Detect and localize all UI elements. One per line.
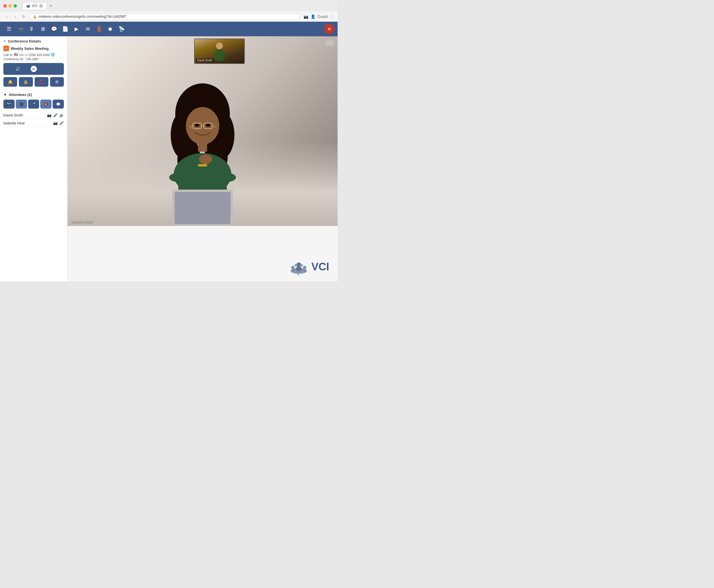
call-in-number: US +1 (206) 928-9280 [19,53,50,57]
minimize-window-btn[interactable] [8,4,12,7]
attendee-row-david-smith: David Smith 📷 🎤 🔊 [3,111,64,119]
close-window-btn[interactable] [3,4,7,7]
svg-point-21 [218,173,236,182]
gear-icon: ⚙ [55,80,59,84]
isabella-video-icon: 📷 [53,121,58,125]
tab-bar: 📹 VCI × + [22,2,334,9]
block-btn[interactable]: 🚫 [35,77,48,87]
settings-btn[interactable]: ⚙ [50,77,64,87]
sidebar: ▼ Conference Details ✏ Weekly Sales Meet… [0,36,67,281]
thumbnail-participant-label: David Smith [196,59,214,62]
active-tab[interactable]: 📹 VCI × [22,2,47,9]
conference-title: Weekly Sales Meeting [11,46,49,51]
svg-point-34 [301,271,304,274]
all-mic-btn[interactable]: 🎤 [28,100,39,109]
attendees-label: Attendees (2) [9,92,32,97]
new-tab-btn[interactable]: + [48,3,54,8]
mail-btn[interactable]: ✉ [82,23,93,35]
address-bar[interactable]: 🔒 m4demo.videoconferencinginfo.com/meeti… [29,13,300,20]
attendee-icons-david-smith: 📷 🎤 🔊 [47,113,64,117]
attendees-header[interactable]: ▼ Attendees (2) [3,92,64,97]
attendee-name-isabella-heal: Isabella Heal [3,121,51,125]
svg-point-31 [294,271,296,274]
attendees-chevron-icon: ▼ [3,92,7,97]
edit-icon[interactable]: ✏ [3,46,9,51]
broadcast-btn[interactable]: 📡 [116,23,127,35]
back-btn[interactable]: ‹ [3,13,10,20]
all-chat-icon: 💬 [56,102,61,106]
guest-label: Guest [318,14,328,19]
attendee-controls: 📷 🎥 🎤 🔇 💬 [3,100,64,109]
globe-icon: 🌐 [51,53,55,57]
lock-btn[interactable]: 🔒 [19,77,33,87]
forward-btn[interactable]: › [12,13,19,20]
main-content: ▼ Conference Details ✏ Weekly Sales Meet… [0,36,338,281]
svg-point-20 [169,173,187,182]
all-video-icon: 📷 [7,102,11,106]
svg-point-29 [291,266,295,269]
conference-details-header[interactable]: ▼ Conference Details [3,39,64,43]
camera-permission-icon[interactable]: 📷 [303,14,308,19]
speaker-icon: 🔊 [15,67,20,71]
svg-point-11 [206,124,210,127]
screen-share-btn[interactable]: 🖥 [37,23,48,35]
all-video-off-btn[interactable]: 🎥 [16,100,27,109]
close-icon: ✕ [328,26,331,32]
play-btn[interactable]: ▶ [71,23,82,35]
record-icon: ⏺ [108,26,113,32]
all-chat-btn[interactable]: 💬 [52,100,64,109]
doc-icon: 📄 [62,26,68,32]
svg-rect-25 [198,164,207,167]
attendee-icons-isabella-heal: 📷 🎤 [53,121,64,125]
attendee-name-david-smith: David Smith [3,113,45,117]
all-video-btn[interactable]: 📷 [3,100,15,109]
block-icon: 🚫 [39,80,44,84]
main-video-label: Isabella Heal [71,219,92,224]
video-more-options-btn[interactable]: ••• [325,40,334,46]
lower-video-panel: VCI [67,226,338,281]
url-text: m4demo.videoconferencinginfo.com/meeting… [39,15,126,19]
browser-window: 📹 VCI × + ‹ › ↻ 🔒 m4demo.videoconferenci… [0,0,338,22]
window-controls [3,4,17,7]
camera-btn[interactable]: 📹 [15,23,26,35]
browser-menu-btn[interactable]: ⋮ [330,14,334,19]
phone-icon: 📞 [47,67,52,71]
mic-btn[interactable]: 🎙 [26,23,37,35]
vci-logo: VCI [289,257,329,277]
david-mic-icon: 🎤 [53,113,58,117]
mail-icon: ✉ [86,26,90,32]
video-thumbnail-david-smith[interactable]: David Smith [194,39,245,64]
bell-icon: 🔔 [8,80,13,84]
bell-btn[interactable]: 🔔 [3,77,17,87]
participant-btn[interactable]: 🚪 [93,23,105,35]
close-meeting-btn[interactable]: ✕ [324,24,334,34]
browser-actions: 📷 👤 Guest ⋮ [303,14,334,19]
conference-details-section: ▼ Conference Details ✏ Weekly Sales Meet… [0,36,67,90]
flag-icon: 🇺🇸 [14,53,18,57]
speaker-btn[interactable]: 🔊 [6,65,29,73]
refresh-btn[interactable]: ↻ [20,13,27,20]
chat-btn[interactable]: 💬 [48,23,60,35]
call-in-label: Call In: [3,53,13,57]
isabella-mic-icon: 🎤 [59,121,64,125]
david-video-icon: 📷 [47,113,51,117]
video-off-icon: 🎥 [19,102,24,106]
svg-point-0 [216,42,223,49]
doc-btn[interactable]: 📄 [60,23,71,35]
browser-titlebar: 📹 VCI × + [0,0,338,12]
conference-title-row: ✏ Weekly Sales Meeting [3,46,64,51]
browser-navbar: ‹ › ↻ 🔒 m4demo.videoconferencinginfo.com… [0,12,338,22]
phone-btn[interactable]: 📞 [38,65,62,73]
menu-icon: ☰ [7,26,11,32]
account-icon[interactable]: 👤 [311,14,315,19]
svg-point-28 [296,267,301,271]
all-mic-off-btn[interactable]: 🔇 [40,100,51,109]
record-btn[interactable]: ⏺ [105,23,116,35]
svg-rect-17 [198,142,207,151]
svg-point-36 [300,264,303,267]
maximize-window-btn[interactable] [14,4,17,7]
chevron-down-icon: ▼ [3,40,6,43]
menu-btn[interactable]: ☰ [3,23,15,35]
tab-close-btn[interactable]: × [39,4,43,8]
audio-or-divider: or [31,66,37,72]
